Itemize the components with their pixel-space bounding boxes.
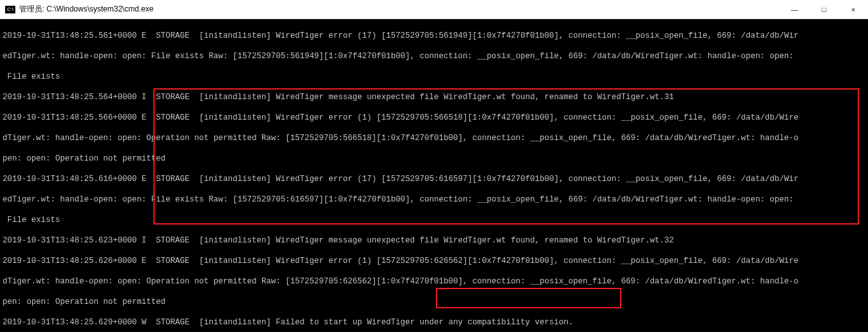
log-line: pen: open: Operation not permitted bbox=[3, 154, 865, 164]
log-line: 2019-10-31T13:48:25.561+0000 E STORAGE [… bbox=[3, 31, 865, 41]
log-line: 2019-10-31T13:48:25.623+0000 I STORAGE [… bbox=[3, 235, 865, 246]
log-line: dTiger.wt: handle-open: open: Operation … bbox=[3, 133, 865, 143]
window-controls: — □ × bbox=[780, 0, 868, 19]
log-line: 2019-10-31T13:48:25.629+0000 W STORAGE [… bbox=[3, 317, 865, 328]
window-title: 管理员: C:\Windows\system32\cmd.exe bbox=[19, 4, 153, 15]
log-line: 2019-10-31T13:48:25.626+0000 E STORAGE [… bbox=[3, 256, 865, 266]
log-line: dTiger.wt: handle-open: open: Operation … bbox=[3, 276, 865, 287]
terminal-output[interactable]: 2019-10-31T13:48:25.561+0000 E STORAGE [… bbox=[0, 19, 868, 332]
close-button[interactable]: × bbox=[839, 0, 868, 19]
log-line: 2019-10-31T13:48:25.616+0000 E STORAGE [… bbox=[3, 174, 865, 184]
titlebar: C:\ 管理员: C:\Windows\system32\cmd.exe — □… bbox=[0, 0, 868, 19]
cmd-icon: C:\ bbox=[5, 6, 15, 13]
log-line: 2019-10-31T13:48:25.564+0000 I STORAGE [… bbox=[3, 92, 865, 102]
maximize-button[interactable]: □ bbox=[809, 0, 839, 19]
log-line: File exists bbox=[3, 72, 865, 82]
log-line: edTiger.wt: handle-open: open: File exis… bbox=[3, 51, 865, 61]
minimize-button[interactable]: — bbox=[780, 0, 809, 19]
log-line: pen: open: Operation not permitted bbox=[3, 297, 865, 307]
log-line: File exists bbox=[3, 215, 865, 225]
log-line: 2019-10-31T13:48:25.566+0000 E STORAGE [… bbox=[3, 113, 865, 123]
log-line: edTiger.wt: handle-open: open: File exis… bbox=[3, 194, 865, 205]
